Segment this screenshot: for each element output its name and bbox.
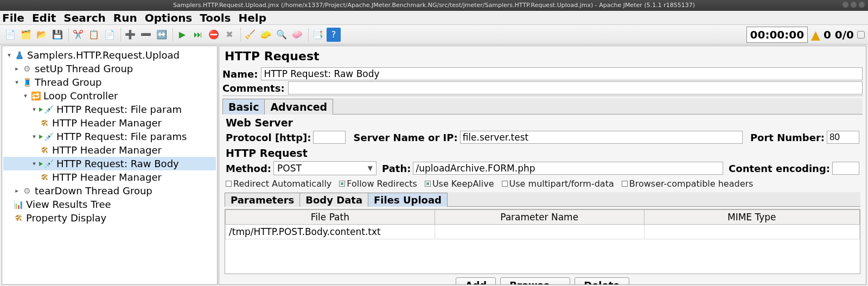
tree-teardown-thread-group[interactable]: ▸ ⚙ tearDown Thread Group <box>3 184 216 198</box>
col-mime-type[interactable]: MIME Type <box>644 210 859 225</box>
tree-header-manager-1[interactable]: 🛠 HTTP Header Manager <box>3 116 216 130</box>
port-input[interactable] <box>827 131 859 144</box>
tree-toggle-icon[interactable]: ▾ <box>30 106 38 113</box>
new-icon[interactable]: 📄 <box>3 28 17 42</box>
menu-search[interactable]: Search <box>63 11 105 24</box>
run-icon[interactable]: ▶ <box>175 28 189 42</box>
check-label: Use KeepAlive <box>432 179 494 189</box>
checkbox-icon <box>502 181 508 187</box>
tree-label: Property Display <box>26 212 106 224</box>
tree-toggle-icon[interactable]: ▾ <box>5 52 13 59</box>
check-use-multipart[interactable]: Use multipart/form-data <box>502 179 614 189</box>
reset-search-icon[interactable]: 🧼 <box>290 28 304 42</box>
tree-http-request-1[interactable]: ▾ 💉 HTTP Request: File param <box>3 103 216 116</box>
clear-icon[interactable]: 🧹 <box>243 28 257 42</box>
help-icon[interactable]: ? <box>327 28 341 42</box>
menu-help[interactable]: Help <box>239 11 266 24</box>
gear-icon: ⚙ <box>22 186 33 196</box>
files-table[interactable]: File Path Parameter Name MIME Type /tmp/… <box>225 209 860 274</box>
tree-http-request-3[interactable]: ▾ 💉 HTTP Request: Raw Body <box>3 157 216 170</box>
wrench-icon: 🛠 <box>13 213 24 224</box>
stop-icon[interactable]: ⛔ <box>207 28 221 42</box>
copy-icon[interactable]: 📋 <box>87 28 101 42</box>
method-combo[interactable]: POST ▼ <box>273 161 376 175</box>
encoding-input[interactable] <box>832 162 859 175</box>
comments-input[interactable] <box>288 81 863 94</box>
menu-tools[interactable]: Tools <box>200 11 231 24</box>
open-icon[interactable]: 📂 <box>35 28 49 42</box>
protocol-input[interactable] <box>313 131 346 144</box>
expand-icon[interactable]: ↔️ <box>155 28 169 42</box>
tree-toggle-icon[interactable]: ▾ <box>30 133 38 140</box>
table-row[interactable]: /tmp/HTTP.POST.Body.content.txt <box>226 225 860 239</box>
path-input[interactable] <box>413 162 723 175</box>
wrench-icon: 🛠 <box>39 172 50 183</box>
cell-parameter-name[interactable] <box>435 225 644 239</box>
server-input[interactable] <box>460 131 743 144</box>
tree-toggle-icon[interactable]: ▾ <box>13 79 21 86</box>
save-icon[interactable]: 💾 <box>50 28 65 42</box>
flask-icon <box>14 50 25 61</box>
find-icon[interactable]: 🔍 <box>275 28 289 42</box>
tree-toggle-icon[interactable]: ▸ <box>13 65 21 72</box>
gear-icon: ⚙ <box>22 63 33 74</box>
cell-filepath[interactable]: /tmp/HTTP.POST.Body.content.txt <box>226 225 435 239</box>
check-follow-redirects[interactable]: Follow Redirects <box>339 179 417 189</box>
cell-mime-type[interactable] <box>644 225 859 239</box>
checkbox-icon <box>226 181 232 187</box>
add-icon[interactable]: ➕ <box>123 28 137 42</box>
tree-header-manager-2[interactable]: 🛠 HTTP Header Manager <box>3 143 216 157</box>
col-filepath[interactable]: File Path <box>226 210 435 225</box>
warning-icon[interactable]: ▲ <box>811 28 820 42</box>
tree-label: Thread Group <box>35 77 101 88</box>
add-button[interactable]: Add <box>456 277 496 285</box>
shutdown-icon[interactable]: ✖ <box>222 28 237 42</box>
config-tabs: Basic Advanced <box>222 98 863 115</box>
tree-http-request-2[interactable]: ▾ 💉 HTTP Request: File params <box>3 130 216 143</box>
clear-all-icon[interactable]: 🧽 <box>259 28 273 42</box>
test-plan-tree[interactable]: ▾ Samplers.HTTP.Request.Upload ▸ ⚙ setUp… <box>2 46 218 285</box>
tab-advanced[interactable]: Advanced <box>264 99 333 115</box>
tree-loop-controller[interactable]: ▾ 🔁 Loop Controller <box>3 89 216 103</box>
check-redirect-automatically[interactable]: Redirect Automatically <box>226 179 331 189</box>
menu-options[interactable]: Options <box>145 11 193 24</box>
minimize-icon[interactable] <box>843 2 848 8</box>
check-browser-compatible[interactable]: Browser-compatible headers <box>622 179 754 189</box>
tree-setup-thread-group[interactable]: ▸ ⚙ setUp Thread Group <box>3 62 216 75</box>
tree-toggle-icon[interactable]: ▸ <box>13 187 21 194</box>
tree-property-display[interactable]: 🛠 Property Display <box>3 211 216 225</box>
run-noTimers-icon[interactable]: ⏭ <box>191 28 205 42</box>
tree-toggle-icon[interactable]: ▾ <box>30 160 38 167</box>
tab-basic[interactable]: Basic <box>222 99 265 115</box>
tree-label: Loop Controller <box>43 90 118 101</box>
tree-test-plan[interactable]: ▾ Samplers.HTTP.Request.Upload <box>3 48 216 62</box>
tree-label: Samplers.HTTP.Request.Upload <box>27 49 180 61</box>
tree-thread-group[interactable]: ▾ 🧵 Thread Group <box>3 75 216 89</box>
delete-button[interactable]: Delete <box>575 277 629 285</box>
browse-button[interactable]: Browse... <box>500 277 570 285</box>
cut-icon[interactable]: ✂️ <box>71 28 85 42</box>
payload-tabs: Parameters Body Data Files Upload <box>225 192 860 207</box>
tree-view-results-tree[interactable]: 📊 View Results Tree <box>3 198 216 211</box>
menu-file[interactable]: File <box>2 11 24 24</box>
col-parameter-name[interactable]: Parameter Name <box>435 210 644 225</box>
pipette-icon: 💉 <box>43 158 54 169</box>
remove-icon[interactable]: ➖ <box>139 28 153 42</box>
web-server-title: Web Server <box>222 115 863 130</box>
tab-files-upload[interactable]: Files Upload <box>368 193 448 207</box>
tab-parameters[interactable]: Parameters <box>225 193 300 207</box>
tree-header-manager-3[interactable]: 🛠 HTTP Header Manager <box>3 170 216 184</box>
menu-run[interactable]: Run <box>113 11 137 24</box>
maximize-icon[interactable] <box>851 2 857 8</box>
name-input[interactable] <box>261 67 863 80</box>
tree-label: HTTP Request: Raw Body <box>56 158 179 169</box>
function-helper-icon[interactable]: 📑 <box>311 28 325 42</box>
tree-toggle-icon[interactable]: ▾ <box>22 92 29 99</box>
paste-icon[interactable]: 📄 <box>103 28 117 42</box>
templates-icon[interactable]: 🗂️ <box>19 28 33 42</box>
close-icon[interactable] <box>859 2 865 8</box>
path-label: Path: <box>382 163 411 174</box>
check-use-keepalive[interactable]: Use KeepAlive <box>425 179 494 189</box>
tab-body-data[interactable]: Body Data <box>299 193 368 207</box>
menu-edit[interactable]: Edit <box>32 11 56 24</box>
